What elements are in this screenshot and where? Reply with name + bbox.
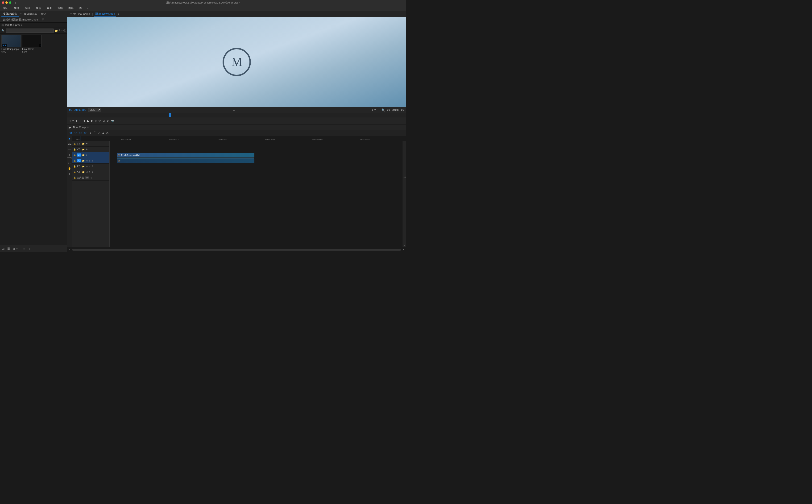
safe-button[interactable]: ⊡ xyxy=(103,119,105,122)
folder-icon-a2[interactable]: 📁 xyxy=(82,165,85,168)
solo-a2[interactable]: S xyxy=(89,165,91,168)
zoom-select[interactable]: 75% 50% 100% xyxy=(88,108,101,112)
mic-icon-a3[interactable]: 🎙 xyxy=(92,171,94,173)
mute-a2[interactable]: M xyxy=(86,165,88,168)
preview-scrubber-bar[interactable] xyxy=(67,113,406,117)
list-view-button[interactable]: ☰ xyxy=(7,247,10,251)
razor-tool[interactable]: ✂ xyxy=(68,162,70,165)
master-value[interactable]: 0.0 xyxy=(85,176,89,179)
menu-library[interactable]: 库 xyxy=(78,6,83,10)
search-input[interactable] xyxy=(6,29,54,33)
insert-button[interactable]: ⊕ xyxy=(107,119,109,122)
go-to-out-button[interactable]: |⟩ xyxy=(95,119,97,122)
tab-markers[interactable]: 标记 xyxy=(39,12,47,16)
grid-view-button[interactable]: ≡ xyxy=(22,247,26,251)
close-button[interactable] xyxy=(2,1,4,4)
solo-a1[interactable]: S xyxy=(89,160,91,162)
lock-icon-master[interactable]: 🔒 xyxy=(73,177,76,179)
tab-source[interactable]: 源: mcdown.mp4 xyxy=(94,12,116,17)
timeline-timecode[interactable]: 00:00:00:00 xyxy=(69,132,87,135)
razor-button[interactable]: ◈ xyxy=(102,132,104,135)
lock-icon-a1[interactable]: 🔒 xyxy=(73,160,76,162)
traffic-lights[interactable] xyxy=(2,1,11,4)
folder-icon-a3[interactable]: 📁 xyxy=(82,171,85,173)
project-menu[interactable]: ☰ xyxy=(20,13,22,15)
folder-icon-v3[interactable]: 📁 xyxy=(82,143,85,145)
ripple-tool[interactable]: ⟺ xyxy=(68,148,71,151)
step-back-button[interactable]: ◀ xyxy=(83,119,85,122)
collapse-icon-master[interactable]: ◁ xyxy=(90,177,92,179)
minimize-button[interactable] xyxy=(5,1,8,4)
tab-program[interactable]: 节目: Final Comp xyxy=(69,12,91,16)
menu-color[interactable]: 颜色 xyxy=(35,6,42,10)
mute-a1[interactable]: M xyxy=(86,160,88,162)
hand-tool[interactable]: ✋ xyxy=(68,167,71,170)
step-forward-button[interactable]: ▶ xyxy=(91,119,93,122)
sort-button[interactable]: ↕ xyxy=(27,247,31,251)
tab-media-browser[interactable]: 媒体浏览器 xyxy=(23,12,38,16)
menu-graphics[interactable]: 图形 xyxy=(67,6,75,10)
mic-icon-a1[interactable]: 🎙 xyxy=(92,160,94,162)
text-tool[interactable]: T xyxy=(69,173,70,175)
eye-icon-v2[interactable]: 👁 xyxy=(86,148,88,151)
track-select-tool[interactable]: ▶▶ xyxy=(68,143,71,146)
lock-icon-a2[interactable]: 🔒 xyxy=(73,165,76,168)
add-track-button[interactable]: ＋ xyxy=(402,119,404,123)
menu-edit[interactable]: 编辑 xyxy=(24,6,31,10)
menu-more-icon[interactable]: » xyxy=(87,6,88,10)
select-tool[interactable]: ▶ xyxy=(69,137,70,140)
folder-icon[interactable]: 📁 xyxy=(55,29,58,32)
marker-button[interactable]: ◆ xyxy=(76,119,78,122)
preview-scrubber[interactable] xyxy=(67,113,406,117)
link-button[interactable]: ⌒ xyxy=(93,131,96,135)
timeline-playhead[interactable] xyxy=(80,136,80,141)
lock-icon-a3[interactable]: 🔒 xyxy=(73,171,76,173)
media-item-2[interactable]: □ Final Comp 5:00 xyxy=(22,35,41,53)
tab-project[interactable]: 项目: 未命名 xyxy=(1,12,19,17)
roll-tool[interactable]: |⟺| xyxy=(67,153,72,159)
timeline-menu[interactable]: ≡ xyxy=(87,126,89,128)
fit-button[interactable]: ▭ xyxy=(233,108,235,112)
folder-icon-a1[interactable]: 📁 xyxy=(82,160,85,162)
camera-button[interactable]: 📷 xyxy=(111,119,114,122)
audio-clip-a1[interactable]: 🎬 xyxy=(117,158,254,163)
slider-icon[interactable]: ○── xyxy=(17,247,21,251)
mic-icon-a2[interactable]: 🎙 xyxy=(92,165,94,168)
timeline-scrollbar[interactable] xyxy=(72,249,401,251)
play-button[interactable]: ▶ xyxy=(87,119,89,123)
media-item-1[interactable]: ⊞▦ Final Comp.mp4 5:00 xyxy=(1,35,21,53)
menu-assembly[interactable]: 组件 xyxy=(13,6,20,10)
timeline-scroll-left[interactable]: ◂ xyxy=(69,248,70,251)
eye-icon-v1[interactable]: 👁 xyxy=(86,154,88,156)
lock-icon-v1[interactable]: 🔒 xyxy=(73,154,76,156)
snap-button[interactable]: ✦ xyxy=(89,132,91,135)
mark-out-button[interactable]: ▾ xyxy=(72,119,74,122)
solo-a3[interactable]: S xyxy=(89,171,91,173)
fullscreen-button[interactable] xyxy=(9,1,11,4)
lock-icon-v3[interactable]: 🔒 xyxy=(73,143,76,145)
folder-icon-v2[interactable]: 📁 xyxy=(82,148,85,151)
menu-effects[interactable]: 效果 xyxy=(46,6,53,10)
search-icon[interactable]: 🔍 xyxy=(1,29,5,32)
settings-tool-button[interactable]: ⚙ xyxy=(106,132,109,135)
add-marker-button[interactable]: ◇ xyxy=(98,132,100,135)
source-tab-menu[interactable]: ≡ xyxy=(118,13,120,15)
go-to-in-button[interactable]: ⟨| xyxy=(79,119,81,122)
icon-view-button[interactable]: ⊞ xyxy=(12,247,16,251)
loop-button[interactable]: ⟳ xyxy=(99,119,101,122)
eye-icon-v3[interactable]: 👁 xyxy=(86,143,88,145)
mark-in-button[interactable]: ◂ xyxy=(69,119,70,122)
menu-learn[interactable]: 学习 xyxy=(2,6,9,10)
project-header-menu[interactable]: ≡ xyxy=(21,24,22,26)
add-bin-button[interactable]: 🗂 xyxy=(1,247,5,251)
video-clip-v1[interactable]: 🎬 Final Comp.mp4 [V] xyxy=(117,153,254,157)
mute-a3[interactable]: M xyxy=(86,171,88,173)
magnify-icon[interactable]: 🔍 xyxy=(381,108,385,112)
tab-library[interactable]: 库 xyxy=(40,17,46,22)
resolution-select[interactable]: 1/4 ▾ xyxy=(372,108,380,112)
tab-audio-mixer[interactable]: 音频剪辑混合器: mcdown.mp4 xyxy=(1,17,39,22)
lock-icon-v2[interactable]: 🔒 xyxy=(73,148,76,151)
menu-audio[interactable]: 音频 xyxy=(57,6,64,10)
current-timecode[interactable]: 00:00:01:09 xyxy=(69,108,86,112)
folder-icon-v1[interactable]: 📁 xyxy=(82,154,85,156)
